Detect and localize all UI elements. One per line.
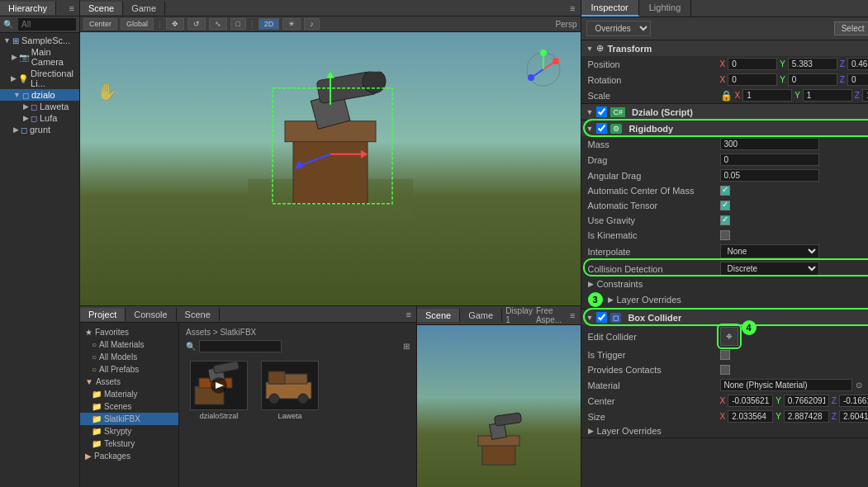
mass-input[interactable]: [720, 138, 819, 150]
rotation-x-input[interactable]: [728, 73, 777, 86]
global-button[interactable]: Global: [121, 18, 154, 30]
rotation-z-input[interactable]: [847, 73, 868, 86]
tree-scenes[interactable]: 📁 Scenes: [80, 400, 178, 413]
hier-item-directionallight[interactable]: ▶ 💡 Directional Li...: [0, 68, 79, 89]
tree-packages[interactable]: ▶ Packages: [80, 450, 178, 462]
svg-rect-28: [268, 371, 285, 384]
scale-tool[interactable]: ⤡: [209, 18, 227, 30]
rotation-y-input[interactable]: [788, 73, 837, 86]
project-scene-tab[interactable]: Scene: [177, 308, 220, 321]
audio-toggle[interactable]: ♪: [304, 18, 320, 30]
game-tab[interactable]: Game: [123, 2, 165, 15]
position-x-input[interactable]: [728, 58, 777, 70]
project-tab[interactable]: Project: [80, 308, 126, 321]
size-x-input[interactable]: [728, 410, 773, 423]
rigidbody-section: 2 ▼ ⚙ Rigidbody ? ⋮ Mass: [581, 121, 869, 310]
tree-tekstury[interactable]: 📁 Tekstury: [80, 437, 178, 450]
lighting-toggle[interactable]: ☀: [282, 18, 301, 30]
tree-all-prefabs[interactable]: ○ All Prefabs: [80, 363, 178, 376]
is-kinematic-checkbox[interactable]: [720, 230, 730, 240]
search-icon: 🔍: [3, 20, 13, 29]
dzialo-script-enabled[interactable]: [596, 106, 607, 117]
select-button[interactable]: Select: [834, 21, 868, 35]
center-z-input[interactable]: [839, 395, 868, 407]
scene-viewport[interactable]: ✋: [80, 32, 581, 305]
hierarchy-menu-icon[interactable]: ≡: [64, 2, 79, 15]
provides-contacts-checkbox[interactable]: [720, 365, 730, 375]
hier-item-samplescene[interactable]: ▼ ⊞ SampleSc...: [0, 35, 79, 46]
scale-row: Scale 🔒 X Y Z: [581, 87, 869, 103]
rect-tool[interactable]: □: [230, 18, 246, 30]
tree-materialy[interactable]: 📁 Materialy: [80, 388, 178, 400]
hier-item-maincamera[interactable]: ▶ 📷 Main Camera: [0, 46, 79, 68]
inspector-tab[interactable]: Inspector: [581, 0, 639, 17]
drag-input[interactable]: [720, 154, 819, 166]
tree-all-models[interactable]: ○ All Models: [80, 351, 178, 363]
center-x-input[interactable]: [728, 395, 773, 407]
constraints-row[interactable]: ▶ Constraints: [581, 277, 869, 291]
inspector-scroll[interactable]: ▼ ⊕ Transform ? ⋮ Position X Y Z: [581, 40, 869, 487]
console-tab[interactable]: Console: [126, 308, 176, 321]
interpolate-select[interactable]: None: [720, 244, 819, 258]
box-collider-layer-overrides-row[interactable]: ▶ Layer Overrides: [581, 424, 869, 437]
game-menu-icon[interactable]: ≡: [565, 309, 580, 322]
use-gravity-checkbox[interactable]: ✓: [720, 215, 730, 225]
hierarchy-tab[interactable]: Hierarchy: [0, 2, 56, 15]
hier-item-lufa[interactable]: ▶ ◻ Lufa: [0, 112, 79, 124]
size-y-input[interactable]: [784, 410, 829, 423]
hier-item-dzialo[interactable]: ▼ ◻ dzialo: [0, 89, 79, 101]
hierarchy-search-input[interactable]: [18, 18, 76, 31]
2d-button[interactable]: 2D: [259, 18, 280, 30]
overrides-dropdown[interactable]: Overrides: [586, 21, 651, 36]
scale-y-input[interactable]: [803, 89, 852, 102]
collision-select[interactable]: Discrete: [720, 262, 819, 276]
box-collider-enabled[interactable]: [596, 312, 607, 323]
hier-item-laweta[interactable]: ▶ ◻ Laweta: [0, 101, 79, 112]
scene-tab[interactable]: Scene: [80, 2, 123, 15]
box-collider-layer-overrides-label: Layer Overrides: [597, 426, 662, 436]
hier-item-grunt[interactable]: ▶ ◻ grunt: [0, 124, 79, 135]
transform-header[interactable]: ▼ ⊕ Transform ? ⋮: [581, 40, 869, 56]
asset-laweta[interactable]: Laweta: [257, 361, 323, 420]
lufa-icon: ◻: [31, 114, 37, 123]
game-bottom-game-tab[interactable]: Game: [460, 309, 502, 322]
edit-collider-button[interactable]: ⌖: [720, 327, 738, 346]
dzialo-script-title: Dzialo (Script): [632, 107, 868, 117]
position-z-input[interactable]: [847, 58, 868, 70]
auto-tensor-checkbox[interactable]: ✓: [720, 201, 730, 210]
tree-assets[interactable]: ▼ Assets: [80, 376, 178, 388]
box-collider-header[interactable]: ▼ ◻ Box Collider ? ⋮: [581, 310, 869, 325]
transform-arrow: ▼: [586, 45, 594, 53]
asset-dzialostrzal[interactable]: dzialoStrzal: [186, 361, 252, 420]
tree-skrypty[interactable]: 📁 Skrypty: [80, 425, 178, 437]
tree-all-materials[interactable]: ○ All Materials: [80, 338, 178, 351]
center-button[interactable]: Center: [83, 18, 117, 30]
drag-label: Drag: [588, 155, 720, 165]
asset-search-input[interactable]: [199, 340, 282, 352]
dzialo-script-header[interactable]: ▼ C# Dzialo (Script) ? ⋮: [581, 104, 869, 120]
rotate-tool[interactable]: ↺: [187, 18, 206, 30]
size-z-input[interactable]: [839, 410, 868, 423]
angular-drag-input[interactable]: [720, 169, 819, 182]
position-y-input[interactable]: [788, 58, 837, 70]
rigidbody-enabled[interactable]: [596, 123, 607, 134]
tree-favorites[interactable]: ★ Favorites: [80, 326, 178, 338]
rigidbody-header[interactable]: ▼ ⚙ Rigidbody ? ⋮: [581, 121, 869, 136]
is-trigger-checkbox[interactable]: [720, 350, 730, 360]
tree-slatkifbx[interactable]: 📁 SlatkiFBX: [80, 413, 178, 425]
game-bottom-scene-tab[interactable]: Scene: [417, 309, 460, 322]
is-kinematic-label: Is Kinematic: [588, 230, 720, 240]
rigidbody-layer-overrides-row[interactable]: 3 ▶ Layer Overrides: [581, 291, 869, 309]
project-menu-icon[interactable]: ≡: [401, 308, 416, 321]
scene-menu-icon[interactable]: ≡: [565, 2, 580, 15]
material-input[interactable]: [720, 379, 852, 391]
asset-sort-icon[interactable]: ⊞: [403, 342, 410, 351]
scale-x-input[interactable]: [742, 89, 792, 102]
center-y-input[interactable]: [784, 395, 829, 407]
move-tool[interactable]: ✥: [166, 18, 184, 30]
lighting-tab[interactable]: Lighting: [639, 0, 692, 17]
scale-z-input[interactable]: [862, 89, 868, 102]
auto-center-checkbox[interactable]: ✓: [720, 186, 730, 196]
material-select-icon[interactable]: ⊙: [856, 381, 862, 390]
asset-dzialostrzal-label: dzialoStrzal: [200, 412, 239, 420]
